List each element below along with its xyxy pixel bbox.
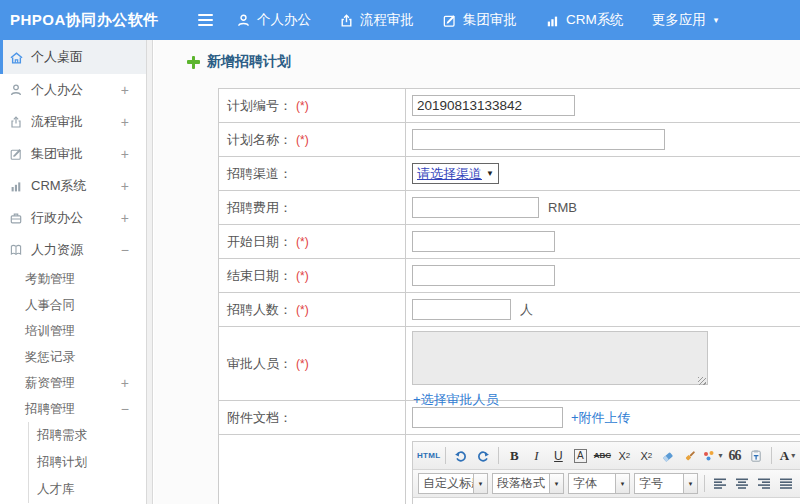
sidebar-item-recruitment[interactable]: 招聘管理− (0, 396, 146, 422)
edit-icon (442, 13, 457, 28)
headcount-input[interactable] (412, 299, 511, 320)
form-row-description: HTML B I U A ABC X2 X2 ▾ (219, 435, 800, 504)
person-icon (8, 83, 24, 97)
caret-down-icon: ▾ (791, 451, 795, 460)
palette-icon[interactable]: ▾ (702, 446, 722, 466)
attachment-input[interactable] (412, 407, 563, 428)
person-icon (236, 13, 251, 28)
paragraph-format-dropdown[interactable]: 段落格式▾ (492, 473, 564, 494)
sidebar-item-recruit-plan[interactable]: 招聘计划 (29, 449, 146, 476)
add-plus-icon (187, 56, 200, 69)
sidebar-item-personal-desktop[interactable]: 个人桌面 (0, 40, 146, 74)
topnav-item-group-approval[interactable]: 集团审批 (428, 0, 531, 40)
align-right-icon[interactable] (754, 474, 774, 494)
sidebar-item-recruit-demand[interactable]: 招聘需求 (29, 422, 146, 449)
field-label: 结束日期： (227, 267, 292, 285)
field-label: 审批人员： (227, 355, 292, 373)
attachment-upload-link[interactable]: +附件上传 (571, 409, 631, 427)
font-family-dropdown[interactable]: 字体▾ (568, 473, 630, 494)
topnav-item-crm[interactable]: CRM系统 (531, 0, 638, 40)
bold-button[interactable]: B (504, 446, 524, 466)
collapse-minus-icon[interactable]: − (121, 242, 129, 258)
caret-down-icon: ▾ (549, 474, 563, 493)
html-source-button[interactable]: HTML (417, 446, 440, 466)
topnav-item-workflow-approval[interactable]: 流程审批 (325, 0, 428, 40)
expand-plus-icon[interactable]: + (121, 375, 129, 391)
caret-down-icon: ▾ (473, 474, 487, 493)
approvers-textarea[interactable] (412, 331, 708, 385)
approvers-textarea-wrap (412, 331, 708, 388)
align-center-icon[interactable] (732, 474, 752, 494)
hamburger-menu-icon[interactable] (188, 0, 222, 40)
sidebar-item-attendance[interactable]: 考勤管理 (0, 266, 146, 292)
plan-name-input[interactable] (412, 129, 665, 150)
sidebar-item-rewards[interactable]: 奖惩记录 (0, 344, 146, 370)
caret-down-icon: ▼ (486, 169, 494, 178)
page-title: 新增招聘计划 (187, 53, 291, 71)
redo-icon[interactable] (473, 446, 493, 466)
align-justify-icon[interactable] (776, 474, 796, 494)
field-label: 开始日期： (227, 233, 292, 251)
start-date-input[interactable] (412, 231, 555, 252)
home-icon (8, 50, 24, 64)
collapse-minus-icon[interactable]: − (121, 401, 129, 417)
paintbrush-icon[interactable] (680, 446, 700, 466)
expand-plus-icon[interactable]: + (121, 146, 129, 162)
expand-plus-icon[interactable]: + (121, 114, 129, 130)
sidebar-item-admin-office[interactable]: 行政办公 + (0, 202, 146, 234)
sidebar-item-talent-pool[interactable]: 人才库 (29, 476, 146, 503)
sidebar-item-group-approval[interactable]: 集团审批 + (0, 138, 146, 170)
form-row-plan-number: 计划编号：(*) (219, 89, 800, 123)
caret-down-icon: ▾ (714, 15, 719, 25)
sidebar-scrollbar[interactable] (146, 40, 153, 504)
chart-icon (8, 179, 24, 193)
main-content: 新增招聘计划 计划编号：(*) 计划名称：(*) 招聘渠道： 请选择渠道 ▼ 招… (154, 40, 800, 504)
expand-plus-icon[interactable]: + (121, 82, 129, 98)
font-size-dropdown[interactable]: 字号▾ (634, 473, 698, 494)
cost-input[interactable] (412, 197, 539, 218)
italic-button[interactable]: I (526, 446, 546, 466)
superscript-button[interactable]: X2 (614, 446, 634, 466)
topbar: PHPOA协同办公软件 个人办公 流程审批 集团审批 CRM系统 更多应用 ▾ (0, 0, 800, 40)
expand-plus-icon[interactable]: + (121, 210, 129, 226)
process-icon (8, 115, 24, 129)
editor-content-area[interactable] (413, 498, 800, 504)
required-mark: (*) (296, 269, 309, 283)
sidebar-item-human-resources[interactable]: 人力资源 − (0, 234, 146, 266)
sidebar-item-workflow-approval[interactable]: 流程审批 + (0, 106, 146, 138)
channel-select[interactable]: 请选择渠道 ▼ (412, 163, 499, 184)
topnav-item-more-apps[interactable]: 更多应用 ▾ (638, 0, 733, 40)
recruit-plan-form: 计划编号：(*) 计划名称：(*) 招聘渠道： 请选择渠道 ▼ 招聘费用： RM… (218, 88, 800, 504)
field-label: 附件文档： (227, 409, 292, 427)
plan-number-input[interactable] (412, 95, 575, 116)
sidebar-item-hr-contract[interactable]: 人事合同 (0, 292, 146, 318)
paste-text-icon[interactable] (746, 446, 766, 466)
rich-text-editor: HTML B I U A ABC X2 X2 ▾ (412, 441, 800, 504)
sidebar-item-personal-office[interactable]: 个人办公 + (0, 74, 146, 106)
underline-button[interactable]: U (548, 446, 568, 466)
currency-suffix: RMB (548, 200, 577, 215)
align-left-icon[interactable] (710, 474, 730, 494)
subscript-button[interactable]: X2 (636, 446, 656, 466)
form-row-attachment: 附件文档： +附件上传 (219, 401, 800, 435)
blockquote-button[interactable]: 66 (724, 446, 744, 466)
end-date-input[interactable] (412, 265, 555, 286)
sidebar-item-training[interactable]: 培训管理 (0, 318, 146, 344)
eraser-icon[interactable] (658, 446, 678, 466)
field-label: 招聘费用： (227, 199, 292, 217)
font-color-button[interactable]: A▾ (777, 446, 797, 466)
strikethrough-button[interactable]: ABC (592, 446, 612, 466)
expand-plus-icon[interactable]: + (121, 178, 129, 194)
sidebar-item-crm[interactable]: CRM系统 + (0, 170, 146, 202)
required-mark: (*) (296, 99, 309, 113)
topnav-item-personal-office[interactable]: 个人办公 (222, 0, 325, 40)
sidebar-item-salary[interactable]: 薪资管理+ (0, 370, 146, 396)
undo-icon[interactable] (451, 446, 471, 466)
required-mark: (*) (296, 133, 309, 147)
recruitment-submenu: 招聘需求 招聘计划 人才库 (28, 422, 146, 503)
form-row-channel: 招聘渠道： 请选择渠道 ▼ (219, 157, 800, 191)
form-row-start-date: 开始日期：(*) (219, 225, 800, 259)
autoformat-button[interactable]: A (570, 446, 590, 466)
editor-toolbar-row2: 自定义标题▾ 段落格式▾ 字体▾ 字号▾ (413, 470, 800, 498)
custom-title-dropdown[interactable]: 自定义标题▾ (418, 473, 488, 494)
